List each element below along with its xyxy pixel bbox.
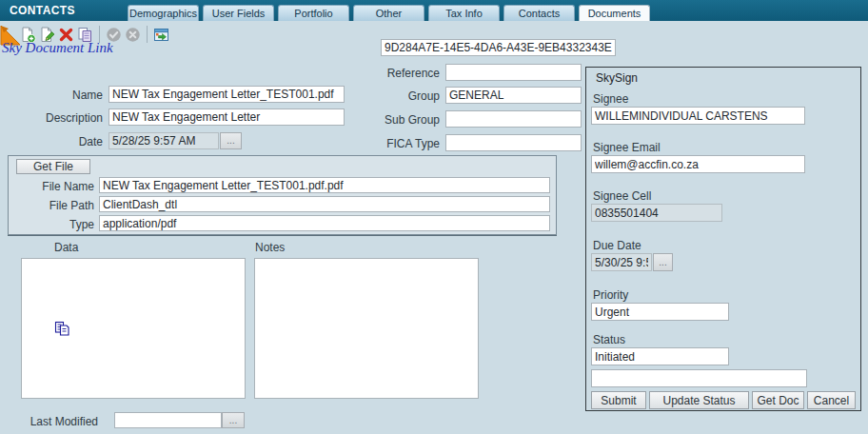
file-path-field[interactable] bbox=[99, 196, 550, 212]
get-doc-button[interactable]: Get Doc bbox=[752, 391, 804, 409]
due-date-field[interactable] bbox=[591, 253, 652, 271]
data-label: Data bbox=[54, 241, 78, 254]
file-type-field[interactable] bbox=[99, 215, 550, 231]
subgroup-field[interactable] bbox=[445, 110, 582, 128]
image-preview-icon[interactable] bbox=[153, 27, 169, 43]
tab-portfolio[interactable]: Portfolio bbox=[278, 5, 349, 21]
fica-type-field[interactable] bbox=[445, 134, 582, 151]
last-modified-label: Last Modified bbox=[0, 415, 98, 428]
page-title: CONTACTS bbox=[10, 4, 75, 17]
date-field[interactable] bbox=[108, 132, 219, 149]
group-label: Group bbox=[364, 89, 440, 103]
tab-other[interactable]: Other bbox=[353, 5, 424, 21]
description-field[interactable] bbox=[108, 108, 345, 126]
subgroup-label: Sub Group bbox=[364, 113, 440, 127]
skysign-extra-field[interactable] bbox=[591, 369, 807, 387]
last-modified-picker-button[interactable]: ... bbox=[222, 412, 245, 428]
cancel-icon bbox=[125, 27, 141, 43]
toolbar-separator bbox=[147, 26, 148, 43]
update-status-button[interactable]: Update Status bbox=[649, 391, 749, 409]
file-name-label: File Name bbox=[9, 180, 94, 193]
due-date-label: Due Date bbox=[593, 239, 641, 252]
header-bar: CONTACTS Demographics User Fields Portfo… bbox=[0, 0, 868, 21]
date-picker-button[interactable]: ... bbox=[220, 132, 242, 149]
submit-button[interactable]: Submit bbox=[591, 391, 646, 409]
group-field[interactable] bbox=[445, 87, 582, 104]
signee-email-field[interactable] bbox=[591, 155, 805, 173]
tab-strip: Demographics User Fields Portfolio Other… bbox=[128, 5, 650, 21]
reference-field[interactable] bbox=[445, 64, 582, 81]
cancel-button[interactable]: Cancel bbox=[807, 391, 856, 409]
status-field[interactable] bbox=[591, 347, 729, 365]
notes-label: Notes bbox=[255, 241, 285, 254]
file-panel: Get File File Name File Path Type bbox=[8, 155, 557, 235]
tab-documents[interactable]: Documents bbox=[579, 5, 650, 21]
name-field[interactable] bbox=[108, 86, 345, 103]
file-name-field[interactable] bbox=[99, 177, 550, 193]
signee-field[interactable] bbox=[591, 107, 805, 125]
sky-document-link[interactable]: Sky Document Link bbox=[2, 40, 113, 56]
status-label: Status bbox=[593, 333, 625, 346]
document-guid-field[interactable] bbox=[381, 39, 616, 56]
due-date-picker-button[interactable]: ... bbox=[653, 253, 673, 271]
skysign-title: SkySign bbox=[596, 71, 638, 85]
description-label: Description bbox=[0, 111, 103, 125]
date-label: Date bbox=[0, 135, 103, 148]
priority-field[interactable] bbox=[591, 303, 729, 321]
file-type-label: Type bbox=[9, 218, 94, 231]
get-file-button[interactable]: Get File bbox=[16, 159, 90, 174]
notes-textarea[interactable] bbox=[254, 258, 479, 399]
file-path-label: File Path bbox=[9, 199, 94, 212]
signee-label: Signee bbox=[593, 92, 628, 106]
signee-email-label: Signee Email bbox=[593, 141, 661, 154]
skysign-panel: SkySign Signee Signee Email Signee Cell … bbox=[585, 67, 861, 411]
signee-cell-label: Signee Cell bbox=[593, 189, 651, 203]
tab-tax-info[interactable]: Tax Info bbox=[428, 5, 500, 21]
copy-data-icon[interactable] bbox=[54, 321, 70, 337]
tab-user-fields[interactable]: User Fields bbox=[203, 5, 274, 21]
name-label: Name bbox=[0, 89, 103, 102]
last-modified-field[interactable] bbox=[114, 412, 222, 428]
tab-demographics[interactable]: Demographics bbox=[128, 5, 199, 21]
tab-contacts[interactable]: Contacts bbox=[503, 5, 575, 21]
fica-type-label: FICA Type bbox=[364, 137, 440, 150]
signee-cell-field[interactable] bbox=[591, 204, 722, 222]
contacts-documents-screen: CONTACTS Demographics User Fields Portfo… bbox=[0, 0, 868, 434]
priority-label: Priority bbox=[593, 288, 628, 302]
reference-label: Reference bbox=[364, 67, 440, 80]
